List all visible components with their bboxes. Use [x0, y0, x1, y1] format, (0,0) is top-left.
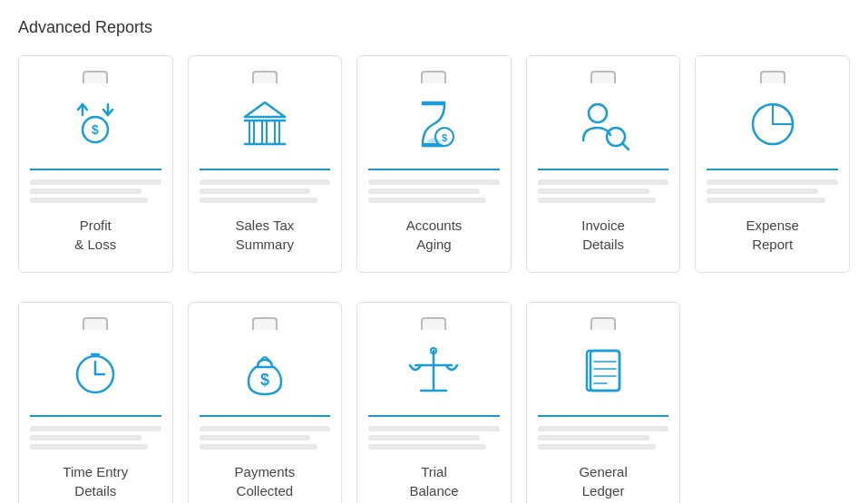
card-clip [590, 71, 616, 83]
card-lines [200, 426, 331, 450]
expense-report-icon [736, 92, 809, 156]
trial-balance-icon [397, 339, 470, 402]
card-payments-collected[interactable]: $ PaymentsCollected [188, 302, 343, 503]
accounts-aging-icon: $ [397, 92, 470, 156]
card-label-sales-tax: Sales TaxSummary [236, 216, 295, 254]
invoice-details-icon [567, 92, 639, 156]
page-title: Advanced Reports [18, 18, 850, 37]
card-clip [760, 71, 785, 83]
card-divider [30, 169, 161, 170]
card-divider [368, 415, 500, 417]
sales-tax-icon [229, 92, 301, 156]
card-time-entry-details[interactable]: Time EntryDetails [18, 302, 173, 503]
svg-line-14 [622, 143, 629, 150]
card-profit-loss[interactable]: $ Profit& Loss [18, 55, 173, 273]
general-ledger-icon [567, 339, 639, 402]
card-label-profit-loss: Profit& Loss [74, 216, 116, 254]
svg-text:$: $ [442, 132, 447, 143]
svg-rect-8 [262, 121, 267, 144]
card-clip [421, 317, 446, 330]
card-lines [30, 179, 161, 203]
card-label-time-entry: Time EntryDetails [63, 462, 128, 500]
card-clip [252, 317, 278, 330]
card-label-payments-collected: PaymentsCollected [235, 462, 296, 500]
card-divider [538, 169, 669, 170]
card-accounts-aging[interactable]: $ AccountsAging [356, 55, 512, 273]
card-clip [83, 317, 108, 330]
card-label-trial-balance: TrialBalance [409, 462, 458, 500]
svg-rect-9 [275, 121, 279, 144]
svg-rect-7 [249, 121, 254, 144]
svg-text:$: $ [260, 371, 269, 389]
card-lines [30, 426, 161, 450]
svg-text:$: $ [92, 122, 99, 137]
card-divider [200, 415, 331, 417]
card-lines [368, 426, 500, 450]
card-invoice-details[interactable]: InvoiceDetails [526, 55, 681, 273]
time-entry-icon [59, 339, 132, 402]
card-lines [538, 426, 669, 450]
card-sales-tax-summary[interactable]: Sales TaxSummary [188, 55, 343, 273]
card-general-ledger[interactable]: GeneralLedger [526, 302, 681, 503]
card-label-expense-report: ExpenseReport [746, 216, 799, 254]
payments-collected-icon: $ [229, 339, 301, 402]
card-divider [200, 169, 331, 170]
card-clip [421, 71, 446, 83]
profit-loss-icon: $ [59, 92, 132, 156]
card-lines [538, 179, 669, 203]
card-divider [368, 169, 500, 170]
card-expense-report[interactable]: ExpenseReport [695, 55, 850, 273]
card-label-invoice-details: InvoiceDetails [581, 216, 625, 254]
svg-marker-6 [245, 102, 285, 117]
card-lines [200, 179, 331, 203]
card-divider [707, 169, 838, 170]
card-clip [590, 317, 616, 330]
card-divider [30, 415, 161, 417]
card-lines [368, 179, 500, 203]
card-label-accounts-aging: AccountsAging [406, 216, 463, 254]
reports-grid-row1: $ Profit& Loss [18, 55, 850, 287]
reports-grid-row2: Time EntryDetails $ PaymentsCollected [18, 302, 850, 503]
svg-rect-29 [590, 351, 619, 391]
card-lines [707, 179, 838, 203]
card-clip [83, 71, 108, 83]
card-clip [252, 71, 278, 83]
card-divider [538, 415, 669, 417]
svg-point-12 [589, 104, 607, 122]
svg-rect-28 [587, 351, 619, 391]
card-label-general-ledger: GeneralLedger [579, 462, 627, 500]
card-trial-balance[interactable]: TrialBalance [356, 302, 512, 503]
